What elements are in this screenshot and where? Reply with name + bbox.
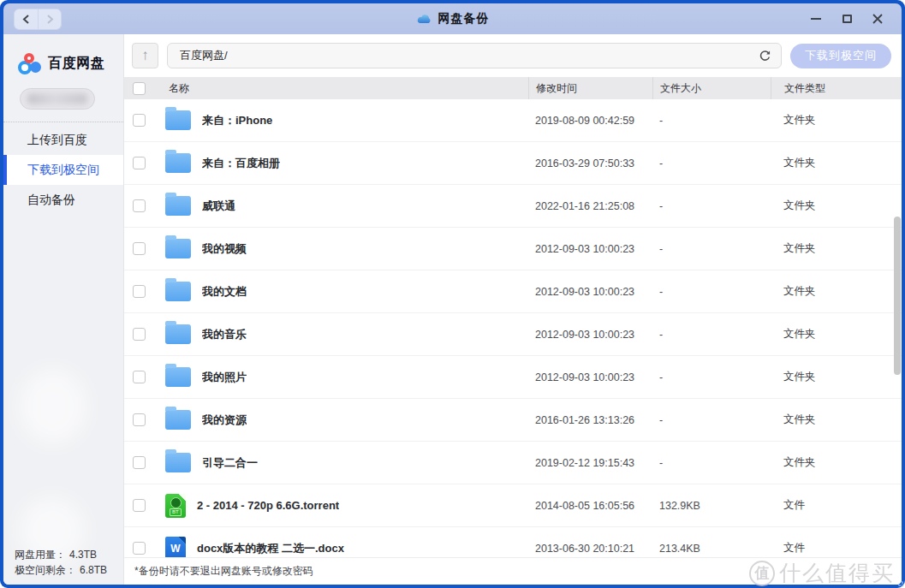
- file-type: 文件: [771, 498, 902, 513]
- zspace-remaining-value: 6.8TB: [80, 564, 107, 576]
- table-row[interactable]: 威联通 2022-01-16 21:25:08 - 文件夹: [124, 185, 902, 228]
- folder-icon: [165, 153, 191, 173]
- table-row[interactable]: 我的视频 2012-09-03 10:00:23 - 文件夹: [124, 228, 902, 270]
- sidebar-item-label: 上传到百度: [27, 133, 87, 148]
- zspace-remaining: 极空间剩余：6.8TB: [15, 562, 107, 578]
- refresh-button[interactable]: [755, 46, 774, 65]
- file-name: 2 - 2014 - 720p 6.6G.torrent: [197, 499, 339, 512]
- file-mtime: 2016-01-26 13:13:26: [528, 414, 652, 426]
- row-checkbox[interactable]: [133, 114, 146, 127]
- select-all-checkbox[interactable]: [133, 82, 146, 95]
- table-row[interactable]: 我的音乐 2012-09-03 10:00:23 - 文件夹: [124, 313, 902, 356]
- file-size: 132.9KB: [652, 500, 771, 512]
- file-size: -: [652, 371, 771, 383]
- sidebar-watermark-blob: [19, 368, 87, 445]
- netdisk-usage-label: 网盘用量：: [15, 549, 66, 561]
- file-mtime: 2022-01-16 21:25:08: [528, 200, 652, 212]
- row-checkbox[interactable]: [133, 199, 146, 212]
- backup-warning-note: *备份时请不要退出网盘账号或修改密码: [134, 564, 313, 579]
- row-checkbox[interactable]: [133, 242, 146, 255]
- file-size: -: [652, 200, 771, 212]
- row-checkbox[interactable]: [133, 328, 146, 341]
- minimize-button[interactable]: [804, 9, 828, 29]
- row-checkbox[interactable]: [133, 157, 146, 169]
- forward-button[interactable]: [38, 9, 61, 29]
- folder-icon: [165, 110, 191, 130]
- folder-icon: [165, 282, 191, 301]
- file-type: 文件夹: [771, 413, 902, 427]
- close-button[interactable]: [866, 9, 890, 29]
- table-row[interactable]: 我的资源 2016-01-26 13:13:26 - 文件夹: [124, 399, 902, 442]
- file-size: -: [652, 157, 771, 169]
- file-name: 我的资源: [202, 413, 247, 428]
- folder-icon: [165, 324, 191, 344]
- file-type: 文件夹: [771, 156, 902, 170]
- sidebar-item-upload-to-baidu[interactable]: 上传到百度: [3, 125, 123, 155]
- up-arrow-icon: ↑: [141, 47, 149, 64]
- scrollbar-thumb[interactable]: [894, 217, 901, 375]
- file-mtime: 2019-08-09 00:42:59: [528, 115, 652, 127]
- baidu-netdisk-logo-icon: [18, 53, 41, 74]
- logo-text: 百度网盘: [48, 55, 104, 73]
- file-type: 文件夹: [771, 241, 902, 256]
- file-type: 文件夹: [771, 370, 902, 384]
- file-name: 我的视频: [202, 241, 247, 257]
- sidebar-divider: [3, 122, 123, 122]
- file-mtime: 2012-09-03 10:00:23: [528, 329, 652, 341]
- file-size: 213.4KB: [652, 543, 771, 555]
- file-name: 来自：百度相册: [202, 156, 280, 171]
- cloud-icon: [416, 13, 432, 25]
- zspace-remaining-label: 极空间剩余：: [15, 564, 76, 576]
- sidebar-item-label: 自动备份: [27, 193, 75, 208]
- table-row[interactable]: 来自：iPhone 2019-08-09 00:42:59 - 文件夹: [124, 99, 902, 142]
- table-header: 名称 修改时间 文件大小 文件类型: [124, 77, 902, 99]
- account-name-blurred[interactable]: [20, 88, 95, 110]
- header-size[interactable]: 文件大小: [652, 77, 771, 99]
- file-size: -: [652, 457, 771, 469]
- row-checkbox[interactable]: [133, 542, 146, 555]
- download-to-zspace-button[interactable]: 下载到极空间: [790, 44, 891, 68]
- minimize-icon: [811, 18, 821, 20]
- window-controls: [804, 9, 902, 29]
- table-row[interactable]: 我的照片 2012-09-03 10:00:23 - 文件夹: [124, 356, 902, 399]
- row-checkbox[interactable]: [133, 413, 146, 426]
- sidebar-item-label: 下载到极空间: [27, 163, 99, 178]
- table-row[interactable]: 来自：百度相册 2016-03-29 07:50:33 - 文件夹: [124, 142, 902, 185]
- file-name: 威联通: [202, 199, 235, 214]
- storage-usage: 网盘用量：4.3TB 极空间剩余：6.8TB: [15, 547, 107, 578]
- file-type: 文件夹: [771, 284, 902, 299]
- maximize-button[interactable]: [835, 9, 859, 29]
- row-checkbox[interactable]: [133, 285, 146, 298]
- sidebar-item-download-to-zspace[interactable]: 下载到极空间: [3, 155, 123, 185]
- folder-icon: [165, 453, 191, 472]
- app-logo: 百度网盘: [3, 34, 123, 74]
- path-input[interactable]: [178, 49, 755, 63]
- file-size: -: [652, 286, 771, 298]
- header-name[interactable]: 名称: [158, 81, 528, 96]
- file-mtime: 2016-03-29 07:50:33: [528, 157, 652, 169]
- file-mtime: 2012-09-03 10:00:23: [528, 286, 652, 298]
- footer-note-bar: *备份时请不要退出网盘账号或修改密码: [124, 557, 902, 585]
- table-row[interactable]: 我的文档 2012-09-03 10:00:23 - 文件夹: [124, 270, 902, 313]
- file-type: 文件夹: [771, 113, 902, 128]
- main-panel: ↑ 下载到极空间 名称 修改时间 文件大小: [124, 34, 902, 585]
- up-directory-button[interactable]: ↑: [132, 43, 158, 68]
- table-row[interactable]: 引导二合一 2019-02-12 19:15:43 - 文件夹: [124, 442, 902, 484]
- header-mtime[interactable]: 修改时间: [528, 77, 652, 99]
- row-checkbox[interactable]: [133, 499, 146, 512]
- file-name: 我的照片: [202, 370, 247, 385]
- folder-icon: [165, 239, 191, 258]
- sidebar-item-auto-backup[interactable]: 自动备份: [3, 185, 123, 215]
- file-type: 文件夹: [771, 455, 902, 470]
- back-button[interactable]: [15, 9, 38, 29]
- file-name: 来自：iPhone: [202, 113, 272, 128]
- file-table-body: 来自：iPhone 2019-08-09 00:42:59 - 文件夹 来自：百…: [124, 99, 902, 585]
- row-checkbox[interactable]: [133, 456, 146, 469]
- titlebar: 网盘备份: [3, 3, 902, 34]
- folder-icon: [165, 196, 191, 216]
- resize-grip[interactable]: [896, 579, 903, 586]
- table-row[interactable]: 2 - 2014 - 720p 6.6G.torrent 2014-08-05 …: [124, 484, 902, 527]
- row-checkbox[interactable]: [133, 371, 146, 383]
- header-type[interactable]: 文件类型: [771, 77, 902, 99]
- file-mtime: 2014-08-05 16:05:56: [528, 500, 652, 512]
